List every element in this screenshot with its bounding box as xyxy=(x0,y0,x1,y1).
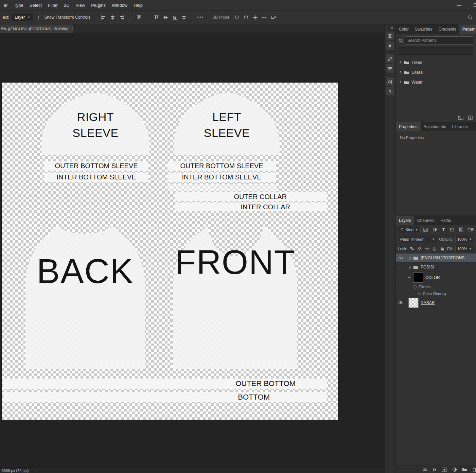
paragraph-panel-icon[interactable]: ¶ xyxy=(386,87,394,95)
menu-view[interactable]: View xyxy=(72,3,88,8)
layer-name[interactable]: COLOR xyxy=(425,275,440,280)
back-piece[interactable]: BACK xyxy=(15,220,155,369)
layer-row-posisi-group[interactable]: POSISI xyxy=(396,263,476,272)
menu-window[interactable]: Window xyxy=(109,3,130,8)
tab-gradients[interactable]: Gradients xyxy=(436,24,459,34)
distribute-middle-button[interactable] xyxy=(162,13,170,21)
visibility-eye-empty[interactable] xyxy=(396,283,406,290)
document-tab[interactable]: 5% ((ENGLISH )POSITIONS, RGB/8#) × xyxy=(0,24,73,33)
tab-libraries[interactable]: Libraries xyxy=(449,122,471,131)
menu-help[interactable]: Help xyxy=(130,3,146,8)
tab-channels[interactable]: Channels xyxy=(414,216,438,225)
pattern-folder-grass[interactable]: Grass xyxy=(396,67,476,77)
layer-name[interactable]: DASAR xyxy=(421,300,435,305)
left-sleeve-piece[interactable]: LEFT SLEEVE xyxy=(172,90,282,155)
distribute-bottom-button[interactable] xyxy=(171,13,179,21)
canvas-area[interactable]: RIGHT SLEEVE LEFT SLEEVE OUTER BOTTOM S xyxy=(0,33,384,468)
orbit-3d-icon[interactable] xyxy=(233,13,241,21)
distribute-vertical-button[interactable] xyxy=(180,13,188,21)
visibility-eye-empty[interactable] xyxy=(396,263,406,271)
minimize-button[interactable]: — xyxy=(457,3,461,8)
pan-3d-icon[interactable] xyxy=(251,13,259,21)
align-right-button[interactable] xyxy=(118,13,126,21)
actions-panel-icon[interactable] xyxy=(386,41,394,50)
status-menu-icon[interactable]: › xyxy=(36,469,37,472)
tab-color[interactable]: Color xyxy=(396,24,412,34)
lock-pixels-icon[interactable] xyxy=(417,246,422,251)
tab-close-icon[interactable]: × xyxy=(71,26,73,31)
menu-select[interactable]: Select xyxy=(27,3,45,8)
new-pattern-group-button[interactable] xyxy=(458,115,463,121)
lock-artboard-icon[interactable] xyxy=(432,247,437,251)
effects-label[interactable]: Effects xyxy=(419,285,430,289)
new-adjustment-layer-icon[interactable] xyxy=(452,467,457,473)
new-pattern-button[interactable] xyxy=(468,115,473,121)
visibility-eye-icon[interactable] xyxy=(396,253,406,262)
tab-properties[interactable]: Properties xyxy=(396,122,421,131)
layer-row-color[interactable]: COLOR xyxy=(396,272,476,283)
fill-dropdown[interactable]: 100% ▼ xyxy=(455,245,474,252)
visibility-eye-empty[interactable] xyxy=(396,290,406,297)
tab-paths[interactable]: Paths xyxy=(438,216,454,225)
maximize-button[interactable] xyxy=(474,3,476,7)
right-inter-bottom-sleeve-strip[interactable]: INTER BOTTOM SLEEVE xyxy=(44,173,148,182)
menu-3d[interactable]: 3D xyxy=(61,3,73,8)
lock-all-icon[interactable] xyxy=(440,247,445,251)
layer-comps-panel-icon[interactable] xyxy=(386,32,394,40)
delete-layer-icon[interactable] xyxy=(472,467,476,473)
menu-type[interactable]: Type xyxy=(11,3,27,8)
add-layer-mask-icon[interactable] xyxy=(442,467,447,473)
layer-row-color-overlay[interactable]: Color Overlay xyxy=(396,290,476,297)
pattern-folder-water[interactable]: Water xyxy=(396,77,476,87)
tab-layers[interactable]: Layers xyxy=(396,216,414,225)
show-transform-checkbox[interactable]: Show Transform Controls xyxy=(38,15,90,20)
layer-row-dasar[interactable]: DASAR xyxy=(396,297,476,309)
visibility-eye-empty[interactable] xyxy=(396,272,406,283)
inter-collar-strip[interactable]: INTER COLLAR xyxy=(175,203,327,211)
right-sleeve-piece[interactable]: RIGHT SLEEVE xyxy=(39,90,152,155)
visibility-eye-icon[interactable] xyxy=(396,297,406,308)
chevron-right-icon[interactable] xyxy=(409,265,411,269)
tab-swatches[interactable]: Swatches xyxy=(412,24,436,34)
left-inter-bottom-sleeve-strip[interactable]: INTER BOTTOM SLEEVE xyxy=(168,173,276,182)
layer-thumbnail[interactable] xyxy=(409,298,418,308)
tab-patterns[interactable]: Patterns xyxy=(459,24,476,34)
filter-shape-layers-icon[interactable] xyxy=(449,226,456,233)
menu-filter[interactable]: Filter xyxy=(45,3,61,8)
bottom-strip[interactable]: BOTTOM xyxy=(3,392,327,402)
left-outer-bottom-sleeve-strip[interactable]: OUTER BOTTOM SLEEVE xyxy=(168,161,276,171)
filter-pixel-layers-icon[interactable] xyxy=(422,226,429,233)
outer-collar-strip[interactable]: OUTER COLLAR xyxy=(175,192,327,201)
align-center-button[interactable] xyxy=(109,13,117,21)
blend-mode-dropdown[interactable]: Pass Through ▼ xyxy=(398,236,437,243)
expand-panels-icon[interactable]: « xyxy=(388,25,395,31)
slide-3d-icon[interactable] xyxy=(260,13,268,21)
layer-row-positions-group[interactable]: (ENGLISH )POSITIONS xyxy=(396,253,476,263)
front-piece[interactable]: FRONT xyxy=(162,220,308,369)
pattern-search-input[interactable] xyxy=(407,38,471,43)
search-tool-icon[interactable] xyxy=(468,15,473,20)
lock-position-icon[interactable] xyxy=(424,247,430,251)
layer-name[interactable]: (ENGLISH )POSITIONS xyxy=(421,256,464,260)
roll-3d-icon[interactable] xyxy=(242,13,250,21)
menu-layer-truncated[interactable]: er xyxy=(1,3,11,8)
filter-smart-objects-icon[interactable] xyxy=(458,226,465,233)
menu-plugins[interactable]: Plugins xyxy=(88,3,109,8)
link-layers-icon[interactable] xyxy=(422,467,428,473)
filter-adjustment-layers-icon[interactable] xyxy=(431,226,438,233)
layer-name[interactable]: POSISI xyxy=(421,265,434,269)
filter-type-layers-icon[interactable]: T xyxy=(440,226,447,233)
outer-bottom-strip[interactable]: OUTER BOTTOM xyxy=(3,379,327,389)
lock-transparency-icon[interactable] xyxy=(409,247,415,250)
more-options-button[interactable]: ••• xyxy=(197,15,204,20)
dolly-3d-icon[interactable] xyxy=(269,13,278,21)
layer-row-effects[interactable]: Effects xyxy=(396,283,476,290)
opacity-dropdown[interactable]: 100% ▼ xyxy=(455,236,474,243)
character-panel-icon[interactable]: A| xyxy=(386,77,394,86)
align-left-button[interactable] xyxy=(100,13,108,21)
tab-adjustments[interactable]: Adjustments xyxy=(421,122,449,131)
chevron-right-icon[interactable] xyxy=(409,256,411,260)
history-panel-icon[interactable] xyxy=(386,54,394,63)
layer-thumbnail[interactable] xyxy=(413,273,423,282)
align-top-button[interactable] xyxy=(135,13,143,21)
